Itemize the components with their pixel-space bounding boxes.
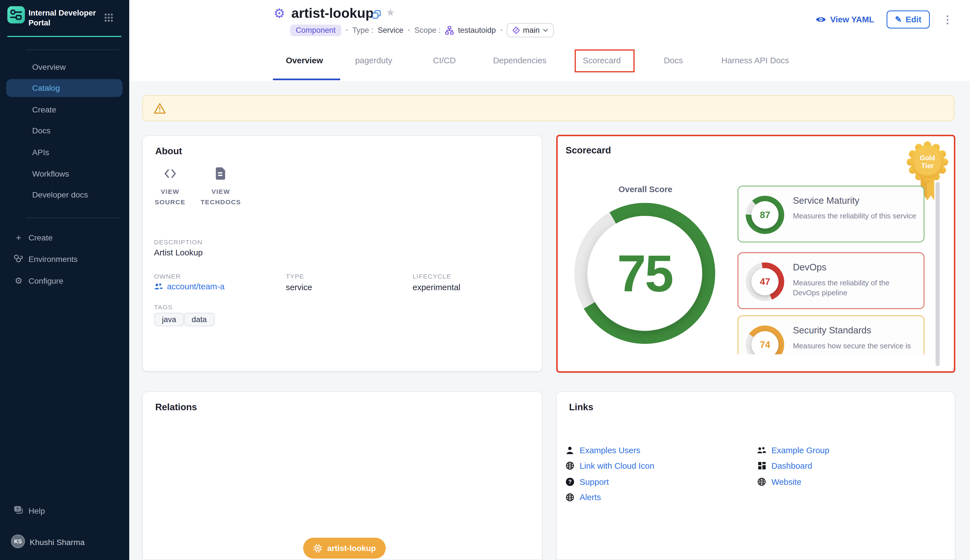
branch-icon xyxy=(512,27,520,34)
about-title: About xyxy=(155,146,182,157)
apps-grid-icon[interactable] xyxy=(104,13,114,25)
scorecard-scrollbar[interactable] xyxy=(935,182,940,366)
description-value: Artist Lookup xyxy=(154,248,203,257)
scorecard-card: Scorecard Gold Tie xyxy=(556,135,955,373)
link-alerts[interactable]: Alerts xyxy=(565,492,601,502)
dashboard-icon xyxy=(757,462,766,470)
hexagons-icon xyxy=(13,254,24,265)
svg-text:?: ? xyxy=(17,507,19,512)
dot-separator: • xyxy=(408,26,410,34)
portal-logo[interactable] xyxy=(7,6,25,23)
gear-icon: ⚙ xyxy=(13,276,24,286)
type-value: service xyxy=(286,283,312,292)
edit-button[interactable]: ✎ Edit xyxy=(886,10,930,28)
app-window: Internal Developer Portal Overview Catal… xyxy=(0,0,970,560)
relations-card: Relations artist-lookup xyxy=(142,391,542,560)
type-label: Type : xyxy=(352,26,373,35)
type-label: TYPE xyxy=(286,273,304,280)
tab-harness-api-docs[interactable]: Harness API Docs xyxy=(721,56,789,65)
sidebar-configure-button[interactable]: ⚙ Configure xyxy=(0,274,129,289)
scorecard-check-list: 87 Service Maturity Measures the reliabi… xyxy=(738,186,925,354)
docs-icon xyxy=(199,165,243,182)
overall-score-label: Overall Score xyxy=(580,185,711,194)
sidebar-item-catalog[interactable]: Catalog xyxy=(6,79,122,97)
sidebar-create-button[interactable]: + Create xyxy=(0,231,129,246)
tab-cicd[interactable]: CI/CD xyxy=(433,56,456,65)
sidebar-divider xyxy=(26,218,120,218)
overall-score-gauge: 75 xyxy=(574,203,716,344)
sidebar-item-developer-docs[interactable]: Developer docs xyxy=(0,186,129,204)
sidebar-environments-button[interactable]: Environments xyxy=(0,253,129,268)
link-support[interactable]: ? Support xyxy=(565,477,609,487)
link-with-cloud-icon[interactable]: Link with Cloud Icon xyxy=(565,461,654,471)
tag-chip[interactable]: data xyxy=(184,313,215,326)
sidebar-item-overview[interactable]: Overview xyxy=(0,58,129,76)
sidebar-help-button[interactable]: ? Help xyxy=(0,504,129,519)
globe-icon xyxy=(757,477,766,486)
code-icon xyxy=(148,165,192,182)
tags-label: TAGS xyxy=(154,303,173,311)
check-card-security-standards[interactable]: 74 Security Standards Measures how secur… xyxy=(738,315,925,354)
group-icon xyxy=(757,447,766,454)
sidebar-item-docs[interactable]: Docs xyxy=(0,122,129,140)
globe-icon xyxy=(565,493,575,502)
relations-node-artist-lookup[interactable]: artist-lookup xyxy=(303,538,386,558)
branch-name: main xyxy=(523,26,540,35)
scope-value: testautoidp xyxy=(458,26,496,35)
copy-icon[interactable] xyxy=(372,10,381,22)
link-website[interactable]: Website xyxy=(757,477,801,487)
owner-label: OWNER xyxy=(154,273,181,280)
link-example-group[interactable]: Example Group xyxy=(757,445,829,455)
page-header: ⚙ artist-lookup ★ Component • Type : Ser… xyxy=(129,0,970,81)
component-gear-icon: ⚙ xyxy=(273,6,285,21)
sidebar-item-workflows[interactable]: Workflows xyxy=(0,165,129,183)
dot-separator: • xyxy=(346,26,348,34)
kind-badge: Component xyxy=(290,25,341,36)
question-icon: ? xyxy=(565,478,575,486)
tab-docs[interactable]: Docs xyxy=(664,56,683,65)
help-chat-icon: ? xyxy=(13,505,24,517)
scope-label: Scope : xyxy=(415,26,441,35)
kebab-menu-icon[interactable]: ⋮ xyxy=(942,13,953,26)
about-card: About VIEWSOURCE VIEWTECHDOCS DESCRIPTIO… xyxy=(142,135,542,372)
scorecard-tab-annotation xyxy=(575,50,635,72)
view-techdocs-button[interactable]: VIEWTECHDOCS xyxy=(199,165,243,207)
view-source-button[interactable]: VIEWSOURCE xyxy=(148,165,192,207)
sidebar-item-create[interactable]: Create xyxy=(0,101,129,119)
view-yaml-button[interactable]: View YAML xyxy=(815,15,874,24)
devops-gauge: 47 xyxy=(746,262,784,301)
tab-overview[interactable]: Overview xyxy=(286,56,323,65)
link-dashboard[interactable]: Dashboard xyxy=(757,461,812,471)
user-icon xyxy=(565,447,575,454)
links-card: Links Examples Users Link with Cloud Ico… xyxy=(556,391,955,560)
chip-icon xyxy=(313,543,323,553)
tab-pagerduty[interactable]: pagerduty xyxy=(355,56,392,65)
links-title: Links xyxy=(569,402,593,413)
lifecycle-label: LIFECYCLE xyxy=(413,273,452,280)
user-name[interactable]: Khushi Sharma xyxy=(30,538,85,547)
owner-link[interactable]: account/team-a xyxy=(154,282,224,291)
check-card-devops[interactable]: 47 DevOps Measures the reliability of th… xyxy=(738,252,925,309)
sidebar-divider xyxy=(26,50,120,50)
lifecycle-value: experimental xyxy=(413,283,460,292)
relations-title: Relations xyxy=(155,402,197,413)
globe-icon xyxy=(565,462,575,470)
star-icon[interactable]: ★ xyxy=(386,7,395,18)
page-title: artist-lookup xyxy=(291,5,374,21)
portal-logo-glyph xyxy=(7,6,25,23)
tag-chip[interactable]: java xyxy=(154,313,184,326)
branch-selector[interactable]: main xyxy=(507,23,554,37)
sidebar: Internal Developer Portal Overview Catal… xyxy=(0,0,129,560)
entity-meta-row: Component • Type : Service • Scope : tes… xyxy=(290,23,554,37)
pencil-icon: ✎ xyxy=(895,15,902,24)
sidebar-item-apis[interactable]: APIs xyxy=(0,143,129,161)
brand-title: Internal Developer Portal xyxy=(28,8,102,28)
tab-dependencies[interactable]: Dependencies xyxy=(493,56,546,65)
hierarchy-icon xyxy=(445,26,454,35)
link-examples-users[interactable]: Examples Users xyxy=(565,445,640,455)
type-value: Service xyxy=(378,26,403,35)
avatar[interactable]: KS xyxy=(11,535,25,548)
check-card-service-maturity[interactable]: 87 Service Maturity Measures the reliabi… xyxy=(738,186,925,242)
warning-banner xyxy=(142,95,955,121)
sidebar-accent-line xyxy=(7,36,121,37)
